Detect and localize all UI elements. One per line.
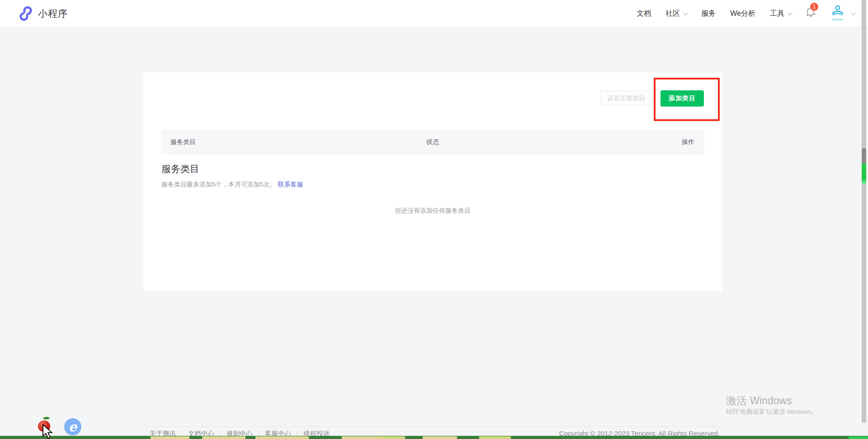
background-window-strip xyxy=(0,436,868,439)
account-chevron-down-icon[interactable] xyxy=(851,10,856,15)
notifications-button[interactable]: 1 xyxy=(805,6,816,21)
column-header-status: 状态 xyxy=(426,138,630,146)
avatar-label: Skychaker xyxy=(829,19,846,21)
page-title: 服务类目 xyxy=(161,163,199,175)
set-primary-category-button[interactable]: 设置主营类目 xyxy=(600,91,652,106)
page-subtitle: 服务类目最多添加5个，本月可添加5次。 联系客服 xyxy=(161,181,303,189)
internet-explorer-icon[interactable]: e xyxy=(64,418,81,435)
table-header-row: 服务类目 状态 操作 xyxy=(161,130,704,155)
footer-divider xyxy=(143,426,722,427)
contact-support-link[interactable]: 联系客服 xyxy=(278,181,303,188)
column-header-category: 服务类目 xyxy=(161,138,426,146)
nav-item-tools[interactable]: 工具 xyxy=(770,9,791,19)
account-avatar[interactable]: Skychaker xyxy=(829,4,846,23)
notification-badge: 1 xyxy=(810,3,818,11)
avatar-figure-icon xyxy=(831,4,844,18)
column-header-action: 操作 xyxy=(630,138,704,146)
brand-title: 小程序 xyxy=(38,7,68,20)
mini-program-logo-icon xyxy=(18,6,33,21)
top-navbar: 小程序 文档 社区 服务 We分析 工具 1 Skycha xyxy=(0,0,868,27)
nav-item-we-analysis[interactable]: We分析 xyxy=(730,9,755,19)
scrollbar-thumb[interactable] xyxy=(862,148,866,184)
chevron-down-icon xyxy=(683,10,688,15)
apple-icon[interactable] xyxy=(38,420,50,432)
weapp-console-screen: 小程序 文档 社区 服务 We分析 工具 1 Skycha xyxy=(0,0,868,439)
vertical-scrollbar[interactable] xyxy=(862,0,866,423)
windows-activation-watermark-title: 激活 Windows xyxy=(726,394,792,408)
nav-item-community[interactable]: 社区 xyxy=(665,9,687,19)
windows-activation-watermark-subtitle: 转到“电脑设置”以激活 Windows。 xyxy=(726,408,818,416)
add-category-button[interactable]: 添加类目 xyxy=(660,90,704,107)
nav-item-docs[interactable]: 文档 xyxy=(637,9,651,19)
chevron-down-icon xyxy=(788,10,793,15)
service-category-card: 服务类目 服务类目最多添加5个，本月可添加5次。 联系客服 设置主营类目 添加类… xyxy=(143,72,722,291)
brand-home-link[interactable]: 小程序 xyxy=(18,6,68,21)
empty-state-text: 你还没有添加任何服务类目 xyxy=(143,207,722,215)
nav-item-service[interactable]: 服务 xyxy=(701,9,716,19)
header-nav: 文档 社区 服务 We分析 工具 1 Skychaker xyxy=(629,0,854,27)
